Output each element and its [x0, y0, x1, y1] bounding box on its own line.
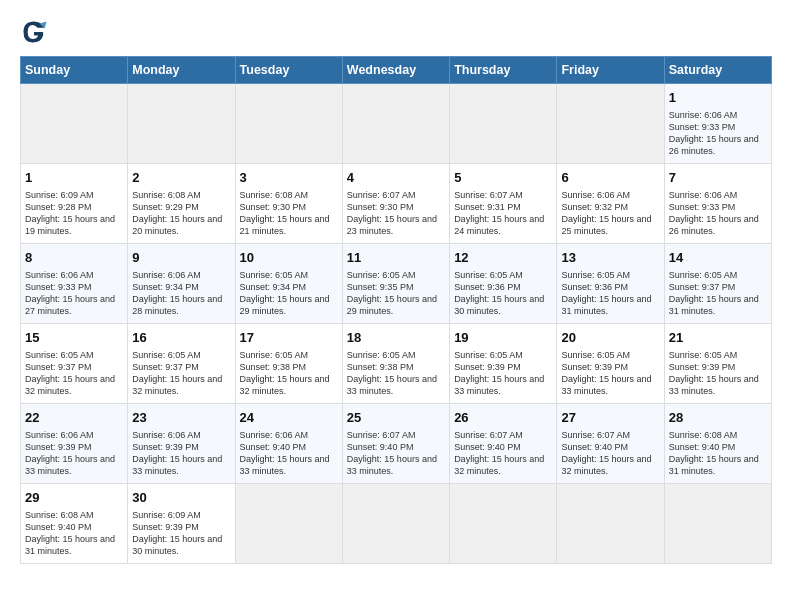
- header-section: [20, 18, 772, 46]
- day-number: 29: [25, 489, 123, 507]
- calendar-cell: 26Sunrise: 6:07 AMSunset: 9:40 PMDayligh…: [450, 404, 557, 484]
- day-info: Sunrise: 6:05 AMSunset: 9:39 PMDaylight:…: [561, 349, 659, 398]
- calendar-cell: 29Sunrise: 6:08 AMSunset: 9:40 PMDayligh…: [21, 484, 128, 564]
- day-number: 5: [454, 169, 552, 187]
- day-number: 18: [347, 329, 445, 347]
- header-day-sunday: Sunday: [21, 57, 128, 84]
- calendar-cell: 28Sunrise: 6:08 AMSunset: 9:40 PMDayligh…: [664, 404, 771, 484]
- calendar-cell: 9Sunrise: 6:06 AMSunset: 9:34 PMDaylight…: [128, 244, 235, 324]
- day-number: 1: [669, 89, 767, 107]
- calendar-week-row: 8Sunrise: 6:06 AMSunset: 9:33 PMDaylight…: [21, 244, 772, 324]
- calendar-cell: 20Sunrise: 6:05 AMSunset: 9:39 PMDayligh…: [557, 324, 664, 404]
- day-number: 28: [669, 409, 767, 427]
- day-info: Sunrise: 6:06 AMSunset: 9:39 PMDaylight:…: [25, 429, 123, 478]
- day-number: 3: [240, 169, 338, 187]
- header-day-friday: Friday: [557, 57, 664, 84]
- calendar-cell: 25Sunrise: 6:07 AMSunset: 9:40 PMDayligh…: [342, 404, 449, 484]
- day-number: 14: [669, 249, 767, 267]
- day-info: Sunrise: 6:08 AMSunset: 9:40 PMDaylight:…: [669, 429, 767, 478]
- day-number: 17: [240, 329, 338, 347]
- day-number: 15: [25, 329, 123, 347]
- day-number: 27: [561, 409, 659, 427]
- calendar-cell: 24Sunrise: 6:06 AMSunset: 9:40 PMDayligh…: [235, 404, 342, 484]
- day-info: Sunrise: 6:09 AMSunset: 9:28 PMDaylight:…: [25, 189, 123, 238]
- day-number: 19: [454, 329, 552, 347]
- day-info: Sunrise: 6:06 AMSunset: 9:39 PMDaylight:…: [132, 429, 230, 478]
- calendar-cell: 8Sunrise: 6:06 AMSunset: 9:33 PMDaylight…: [21, 244, 128, 324]
- day-number: 24: [240, 409, 338, 427]
- day-info: Sunrise: 6:05 AMSunset: 9:38 PMDaylight:…: [240, 349, 338, 398]
- calendar-cell: [450, 484, 557, 564]
- calendar-cell: 2Sunrise: 6:08 AMSunset: 9:29 PMDaylight…: [128, 164, 235, 244]
- calendar-week-row: 22Sunrise: 6:06 AMSunset: 9:39 PMDayligh…: [21, 404, 772, 484]
- calendar-cell: 16Sunrise: 6:05 AMSunset: 9:37 PMDayligh…: [128, 324, 235, 404]
- calendar-cell: [342, 84, 449, 164]
- logo: [20, 18, 50, 46]
- day-number: 13: [561, 249, 659, 267]
- calendar-cell: 6Sunrise: 6:06 AMSunset: 9:32 PMDaylight…: [557, 164, 664, 244]
- calendar-cell: [557, 484, 664, 564]
- day-number: 2: [132, 169, 230, 187]
- calendar-cell: 27Sunrise: 6:07 AMSunset: 9:40 PMDayligh…: [557, 404, 664, 484]
- day-number: 9: [132, 249, 230, 267]
- calendar-cell: [450, 84, 557, 164]
- calendar-cell: 30Sunrise: 6:09 AMSunset: 9:39 PMDayligh…: [128, 484, 235, 564]
- day-info: Sunrise: 6:06 AMSunset: 9:32 PMDaylight:…: [561, 189, 659, 238]
- calendar-week-row: 1Sunrise: 6:06 AMSunset: 9:33 PMDaylight…: [21, 84, 772, 164]
- day-number: 23: [132, 409, 230, 427]
- day-info: Sunrise: 6:07 AMSunset: 9:40 PMDaylight:…: [454, 429, 552, 478]
- calendar-cell: [235, 484, 342, 564]
- day-info: Sunrise: 6:07 AMSunset: 9:31 PMDaylight:…: [454, 189, 552, 238]
- day-number: 30: [132, 489, 230, 507]
- calendar-cell: 23Sunrise: 6:06 AMSunset: 9:39 PMDayligh…: [128, 404, 235, 484]
- day-info: Sunrise: 6:07 AMSunset: 9:40 PMDaylight:…: [347, 429, 445, 478]
- calendar-cell: 11Sunrise: 6:05 AMSunset: 9:35 PMDayligh…: [342, 244, 449, 324]
- header-day-tuesday: Tuesday: [235, 57, 342, 84]
- day-number: 25: [347, 409, 445, 427]
- day-info: Sunrise: 6:05 AMSunset: 9:38 PMDaylight:…: [347, 349, 445, 398]
- calendar-cell: 3Sunrise: 6:08 AMSunset: 9:30 PMDaylight…: [235, 164, 342, 244]
- day-info: Sunrise: 6:08 AMSunset: 9:30 PMDaylight:…: [240, 189, 338, 238]
- calendar-cell: 13Sunrise: 6:05 AMSunset: 9:36 PMDayligh…: [557, 244, 664, 324]
- header-day-wednesday: Wednesday: [342, 57, 449, 84]
- day-info: Sunrise: 6:06 AMSunset: 9:34 PMDaylight:…: [132, 269, 230, 318]
- day-info: Sunrise: 6:06 AMSunset: 9:33 PMDaylight:…: [25, 269, 123, 318]
- header-day-thursday: Thursday: [450, 57, 557, 84]
- day-info: Sunrise: 6:05 AMSunset: 9:37 PMDaylight:…: [25, 349, 123, 398]
- day-number: 7: [669, 169, 767, 187]
- calendar-week-row: 15Sunrise: 6:05 AMSunset: 9:37 PMDayligh…: [21, 324, 772, 404]
- calendar-cell: 14Sunrise: 6:05 AMSunset: 9:37 PMDayligh…: [664, 244, 771, 324]
- day-info: Sunrise: 6:07 AMSunset: 9:40 PMDaylight:…: [561, 429, 659, 478]
- calendar-cell: 15Sunrise: 6:05 AMSunset: 9:37 PMDayligh…: [21, 324, 128, 404]
- calendar-cell: [21, 84, 128, 164]
- day-number: 8: [25, 249, 123, 267]
- calendar-week-row: 1Sunrise: 6:09 AMSunset: 9:28 PMDaylight…: [21, 164, 772, 244]
- day-info: Sunrise: 6:05 AMSunset: 9:37 PMDaylight:…: [669, 269, 767, 318]
- day-number: 10: [240, 249, 338, 267]
- calendar-week-row: 29Sunrise: 6:08 AMSunset: 9:40 PMDayligh…: [21, 484, 772, 564]
- calendar-cell: 22Sunrise: 6:06 AMSunset: 9:39 PMDayligh…: [21, 404, 128, 484]
- day-number: 16: [132, 329, 230, 347]
- calendar-cell: [128, 84, 235, 164]
- day-info: Sunrise: 6:06 AMSunset: 9:40 PMDaylight:…: [240, 429, 338, 478]
- calendar-cell: 1Sunrise: 6:06 AMSunset: 9:33 PMDaylight…: [664, 84, 771, 164]
- calendar-cell: [342, 484, 449, 564]
- day-info: Sunrise: 6:05 AMSunset: 9:39 PMDaylight:…: [454, 349, 552, 398]
- day-number: 12: [454, 249, 552, 267]
- day-info: Sunrise: 6:08 AMSunset: 9:40 PMDaylight:…: [25, 509, 123, 558]
- day-number: 20: [561, 329, 659, 347]
- calendar-table: SundayMondayTuesdayWednesdayThursdayFrid…: [20, 56, 772, 564]
- page: SundayMondayTuesdayWednesdayThursdayFrid…: [0, 0, 792, 574]
- calendar-cell: 5Sunrise: 6:07 AMSunset: 9:31 PMDaylight…: [450, 164, 557, 244]
- calendar-cell: [664, 484, 771, 564]
- day-info: Sunrise: 6:07 AMSunset: 9:30 PMDaylight:…: [347, 189, 445, 238]
- day-info: Sunrise: 6:05 AMSunset: 9:39 PMDaylight:…: [669, 349, 767, 398]
- day-number: 22: [25, 409, 123, 427]
- header-day-monday: Monday: [128, 57, 235, 84]
- day-info: Sunrise: 6:06 AMSunset: 9:33 PMDaylight:…: [669, 189, 767, 238]
- day-info: Sunrise: 6:05 AMSunset: 9:36 PMDaylight:…: [454, 269, 552, 318]
- header-day-saturday: Saturday: [664, 57, 771, 84]
- calendar-cell: 18Sunrise: 6:05 AMSunset: 9:38 PMDayligh…: [342, 324, 449, 404]
- day-info: Sunrise: 6:05 AMSunset: 9:36 PMDaylight:…: [561, 269, 659, 318]
- day-number: 6: [561, 169, 659, 187]
